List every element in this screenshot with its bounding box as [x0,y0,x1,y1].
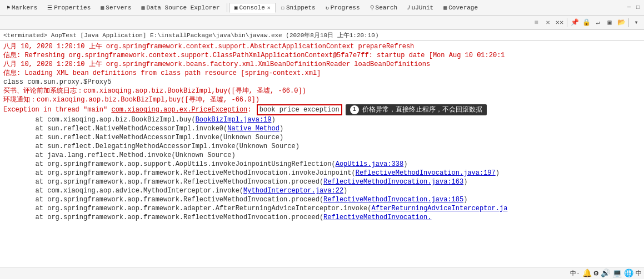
close-all-button[interactable]: ✕✕ [554,17,565,28]
stack-link-7[interactable]: ReflectiveMethodInvocation.java:197 [356,169,496,177]
progress-icon: ↻ [326,4,329,11]
btn-sep1 [567,18,567,27]
stack-link-1[interactable]: BookBizImpl.java:19 [196,116,272,124]
console-line-7: 环境通知：com.xiaoqing.aop.biz.BookBizImpl,bu… [3,95,641,104]
open-file-button[interactable]: 📂 [616,17,627,28]
markers-icon: ⚑ [7,4,10,11]
coverage-icon: ▦ [443,4,447,11]
ime-indicator: 中· [570,269,580,277]
stack-link-6[interactable]: AopUtils.java:338 [336,160,403,168]
exception-line: Exception in thread "main" com.xiaoqing.… [3,104,641,115]
status-bar: 中· 🔔 ⚙ 🔊 💻 🌐 中 [0,267,644,279]
exception-colon: : [247,105,255,114]
notification-icon[interactable]: 🔔 [582,268,592,278]
exception-highlight-box: book price exception [257,104,342,115]
snippets-icon: ☐ [281,4,284,11]
tab-markers[interactable]: ⚑ Markers [2,3,42,12]
stack-line-2: at sun.reflect.NativeMethodAccessorImpl.… [3,124,641,133]
screen-icon[interactable]: 💻 [612,268,622,278]
junit-icon: J [407,4,410,11]
properties-icon: ☰ [47,4,52,11]
view-menu-button[interactable]: ▾ [631,17,642,28]
console-icon: ▣ [234,4,238,11]
stack-line-7: at org.springframework.aop.framework.Ref… [3,169,641,177]
settings-icon[interactable]: ⚙ [594,268,598,278]
terminated-text: <terminated> AopTest [Java Application] … [3,31,379,39]
window-controls: ─ □ [625,4,642,12]
pin-button[interactable]: 📌 [569,17,580,28]
datasource-icon: ▦ [142,4,145,11]
main-wrapper: ⚑ Markers ☰ Properties ▦ Servers ▦ Data … [0,0,644,279]
tab-datasource[interactable]: ▦ Data Source Explorer [137,3,224,12]
terminated-bar: <terminated> AopTest [Java Application] … [0,30,644,41]
servers-icon: ▦ [101,4,104,11]
stack-line-4: at sun.reflect.DelegatingMethodAccessorI… [3,142,641,151]
input-method-text: 中 [636,269,642,277]
stack-line-11: at org.springframework.aop.framework.ada… [3,204,641,213]
tooltip-bubble: 1 价格异常，直接终止程序，不会回滚数据 [346,104,487,115]
console-line-4: 信息: Loading XML bean definitions from cl… [3,69,641,78]
stack-line-10: at org.springframework.aop.framework.Ref… [3,195,641,204]
console-line-1: 八月 10, 2020 1:20:10 上午 org.springframewo… [3,42,641,51]
maximize-button[interactable]: □ [634,4,642,12]
tooltip-number: 1 [350,105,359,114]
sep1 [227,3,227,12]
stack-line-3: at sun.reflect.NativeMethodAccessorImpl.… [3,133,641,142]
stack-link-10[interactable]: ReflectiveMethodInvocation.java:185 [323,196,463,204]
stack-line-6: at org.springframework.aop.support.AopUt… [3,160,641,169]
stop-button[interactable]: ■ [531,17,542,28]
tab-snippets[interactable]: ☐ Snippets [277,3,320,12]
scroll-lock-button[interactable]: 🔒 [581,17,592,28]
new-console-button[interactable]: ▣ [604,17,615,28]
button-toolbar: ■ ✕ ✕✕ 📌 🔒 ↵ ▣ 📂 ▾ [0,16,644,30]
tab-servers[interactable]: ▦ Servers [96,3,136,12]
close-button[interactable]: ✕ [542,17,553,28]
tab-bar: ⚑ Markers ☰ Properties ▦ Servers ▦ Data … [0,0,644,16]
stack-link-11[interactable]: AfterReturningAdviceInterceptor.ja [372,205,508,212]
console-content[interactable]: 八月 10, 2020 1:20:10 上午 org.springframewo… [0,41,644,267]
tooltip-text: 价格异常，直接终止程序，不会回滚数据 [362,105,482,114]
network-icon[interactable]: 🌐 [624,268,633,278]
stack-line-12: at org.springframework.aop.framework.Ref… [3,213,641,222]
stack-line-9: at com.xiaoqing.aop.advice.MythodInterce… [3,186,641,195]
stack-line-8: at org.springframework.aop.framework.Ref… [3,177,641,186]
tab-search[interactable]: ⚲ Search [366,3,402,12]
word-wrap-button[interactable]: ↵ [592,17,603,28]
console-line-6: 买书、评论前加系统日志：com.xiaoqing.aop.biz.BookBiz… [3,87,641,95]
stack-line-1: at com.xiaoqing.aop.biz.BookBizImpl.buy(… [3,115,641,124]
console-line-3: 八月 10, 2020 1:20:10 上午 org.springframewo… [3,60,641,69]
stack-link-8[interactable]: ReflectiveMethodInvocation.java:163 [323,178,463,186]
tab-progress[interactable]: ↻ Progress [321,3,365,12]
search-icon: ⚲ [370,4,374,11]
console-line-2: 信息: Refreshing org.springframework.conte… [3,51,641,60]
stack-link-2[interactable]: Native Method [227,125,279,133]
tab-junit[interactable]: Ju JUnit [403,3,438,12]
minimize-button[interactable]: ─ [625,4,633,12]
tab-console[interactable]: ▣ Console ✕ [229,3,276,13]
btn-sep2 [628,18,629,27]
exception-prefix: Exception in thread "main" [3,105,111,114]
stack-line-5: at java.lang.reflect.Method.invoke(Unkno… [3,151,641,160]
stack-link-12[interactable]: ReflectiveMethodInvocation. [323,214,431,221]
stack-link-9[interactable]: MythodInterceptor.java:22 [243,187,343,195]
tab-coverage[interactable]: ▦ Coverage [439,3,482,12]
tab-properties[interactable]: ☰ Properties [43,3,95,12]
exception-class-link[interactable]: com.xiaoqing.aop.ex.PriceException [111,105,247,114]
close-tab-icon[interactable]: ✕ [267,4,271,11]
audio-icon[interactable]: 🔊 [601,268,610,278]
console-line-5: class com.sun.proxy.$Proxy5 [3,78,641,87]
